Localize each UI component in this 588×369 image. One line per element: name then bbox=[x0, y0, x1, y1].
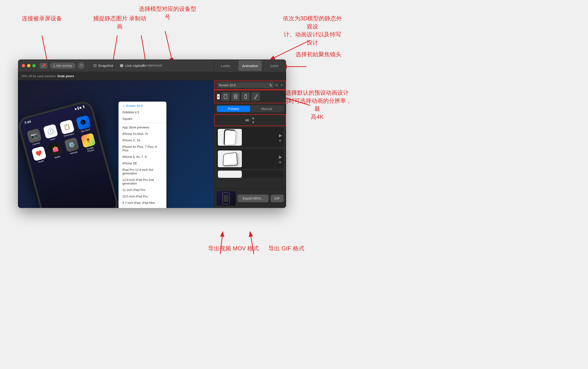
export-gif-button[interactable]: GIF bbox=[271, 195, 284, 202]
export-thumbnail bbox=[216, 191, 235, 205]
tab-looks[interactable]: Looks bbox=[214, 59, 237, 72]
svg-line-4 bbox=[271, 40, 310, 59]
help-button[interactable]: ? bbox=[78, 62, 85, 69]
health-icon: ❤️ bbox=[31, 146, 47, 161]
dropdown-section-basic: ✓ Screen 16:9 Dribbble 4:3 Square bbox=[118, 102, 167, 123]
svg-line-8 bbox=[250, 232, 254, 254]
screen-selector-dropdown[interactable]: Screen 16:9 ⇅ bbox=[217, 82, 274, 88]
phone-time: 7:44 bbox=[24, 120, 31, 125]
maximize-button[interactable] bbox=[32, 64, 36, 67]
resolution-down[interactable]: ▼ bbox=[251, 120, 255, 125]
resolution-row: 4K ▲ ▼ bbox=[214, 114, 286, 126]
dropdown-item-ipad-97[interactable]: 9.7 inch iPad, iPad Mini bbox=[118, 200, 167, 206]
screen-dropdown-menu[interactable]: ✓ Screen 16:9 Dribbble 4:3 Square App St… bbox=[118, 102, 167, 208]
dropdown-item-ipad-pro-105[interactable]: 10.5 inch iPad Pro bbox=[118, 193, 167, 200]
anim-thumb-3 bbox=[218, 171, 242, 178]
dropdown-item-iphone-se[interactable]: iPhone SE bbox=[118, 160, 167, 166]
app-window: 📌 1 min survey ? ⊡ Snapshot Live capture… bbox=[18, 59, 286, 208]
phone-screen: 7:44 ▶▐ ◼ 🔋 📷 Camera 🕐 Clock bbox=[19, 102, 118, 208]
divider bbox=[88, 63, 88, 69]
reminders-icon: 📋 bbox=[59, 119, 75, 135]
stepper-icon: ⇅ bbox=[269, 83, 272, 87]
dropdown-item-dribbble[interactable]: Dribbble 4:3 bbox=[118, 109, 167, 115]
device-icon-phone-side[interactable] bbox=[241, 92, 250, 101]
play-button-2[interactable]: ▶ bbox=[279, 154, 282, 160]
clock-icon: 🕐 bbox=[43, 124, 58, 139]
live-dot-icon bbox=[120, 64, 123, 67]
dropdown-item-apple-tv[interactable]: Apple TV bbox=[118, 206, 167, 208]
animation-item-1: ▶ bbox=[216, 127, 284, 147]
app-clock: 🕐 Clock bbox=[42, 124, 60, 142]
dropdown-item-iphone-x[interactable]: iPhone X, Xs bbox=[118, 137, 167, 144]
appstore-icon: 🅐 bbox=[76, 115, 91, 130]
promo-text: 25% off for early backers. Grab yours bbox=[21, 74, 74, 78]
resolution-up[interactable]: ▲ bbox=[251, 116, 255, 120]
snapshot-icon: ⊡ bbox=[93, 63, 97, 68]
survey-button[interactable]: 1 min survey bbox=[50, 62, 75, 69]
dropdown-item-ipad-pro-129-3[interactable]: iPad Pro 12.9 inch 3rd generation bbox=[118, 166, 167, 177]
svg-rect-12 bbox=[235, 96, 236, 98]
chevron-down-button[interactable]: ▾ bbox=[217, 94, 220, 99]
snapshot-button[interactable]: ⊡ Snapshot bbox=[91, 62, 115, 69]
app-photos: 🌻 Google Photos bbox=[80, 133, 98, 154]
anim-controls-2: ▶ bbox=[279, 154, 282, 164]
dropdown-item-ipad-pro-129-2[interactable]: 12.9 inch iPad Pro 2nd generation bbox=[118, 177, 167, 187]
app-health: ❤️ Health bbox=[30, 146, 49, 167]
export-mov-button[interactable]: Export MOV... bbox=[237, 195, 269, 202]
annotation-design-types: 依次为3D模型的静态外观设计、动画设计以及特写设计 bbox=[281, 14, 343, 46]
select-button-2[interactable] bbox=[279, 161, 281, 164]
phone-wallpaper: 7:44 ▶▐ ◼ 🔋 📷 Camera 🕐 Clock bbox=[19, 102, 118, 208]
sub-bar: 25% off for early backers. Grab yours bbox=[18, 72, 286, 81]
device-icon-phone-lock[interactable] bbox=[231, 92, 240, 101]
animation-item-3 bbox=[216, 171, 284, 178]
dropdown-section-devices: App Store previews iPhone Xs Max, Xr iPh… bbox=[118, 123, 167, 208]
copy-button[interactable]: ⧉ bbox=[275, 83, 278, 87]
export-row: Export MOV... GIF bbox=[214, 189, 286, 208]
live-capture-button[interactable]: Live capture bbox=[118, 62, 147, 69]
resolution-label: 4K bbox=[245, 118, 249, 122]
svg-line-7 bbox=[220, 232, 223, 254]
anim-controls-1: ▶ bbox=[279, 133, 282, 142]
content-area: 7:44 ▶▐ ◼ 🔋 📷 Camera 🕐 Clock bbox=[18, 81, 286, 208]
device-icon-stylus[interactable] bbox=[251, 92, 260, 101]
right-panel-tabs: Looks Animation Lens bbox=[214, 59, 286, 72]
dropdown-item-screen16[interactable]: ✓ Screen 16:9 bbox=[118, 102, 167, 109]
app-reminders: 📋 Reminders bbox=[59, 119, 76, 138]
export-thumb-inner bbox=[216, 191, 235, 205]
device-icon-phone-front[interactable] bbox=[221, 92, 230, 101]
wallet-icon: 👛 bbox=[48, 142, 63, 157]
tab-animation[interactable]: Animation bbox=[238, 60, 262, 71]
play-button-1[interactable]: ▶ bbox=[279, 133, 282, 138]
annotation-select-device: 选择模型对应的设备型号 bbox=[137, 5, 199, 21]
screen-selector-bar: Screen 16:9 ⇅ ⧉ + bbox=[214, 81, 286, 90]
presets-bar: Presets Manual bbox=[216, 105, 284, 112]
phone-lock-icon bbox=[233, 94, 238, 99]
dropdown-item-ipad-pro-11[interactable]: 11 inch iPad Pro bbox=[118, 187, 167, 193]
stylus-icon bbox=[253, 94, 258, 99]
dropdown-item-iphone-6s-plus[interactable]: iPhone 6s Plus, 7 Plus, 8 Plus bbox=[118, 144, 167, 154]
device-icons-row: ▾ bbox=[214, 90, 286, 103]
dropdown-item-square[interactable]: Square bbox=[118, 115, 167, 122]
phone-preview: 7:44 ▶▐ ◼ 🔋 📷 Camera 🕐 Clock bbox=[18, 81, 214, 208]
app-camera: 📷 Camera bbox=[26, 128, 43, 147]
close-button[interactable] bbox=[22, 64, 25, 67]
pin-button[interactable]: 📌 bbox=[39, 63, 47, 69]
minimize-button[interactable] bbox=[27, 64, 30, 67]
annotation-export: 导出视频 MOV 格式 导出 GIF 格式 bbox=[196, 244, 316, 253]
dropdown-item-appstore[interactable]: App Store previews bbox=[118, 124, 167, 131]
phone-side-icon bbox=[243, 94, 248, 99]
phone-mockup: 7:44 ▶▐ ◼ 🔋 📷 Camera 🕐 Clock bbox=[18, 99, 120, 208]
dropdown-item-iphone-xs-max[interactable]: iPhone Xs Max, Xr bbox=[118, 131, 167, 137]
photos-icon: 🌻 bbox=[80, 133, 96, 148]
annotation-select-preset: 选择默认的预设动画设计同时可选择动画的分辨率，最高4K bbox=[281, 89, 353, 121]
add-panel-button[interactable]: + bbox=[280, 82, 283, 88]
svg-line-3 bbox=[165, 31, 172, 62]
tab-lens[interactable]: Lens bbox=[263, 59, 286, 72]
dropdown-item-iphone-6[interactable]: iPhone 6, 6s, 7, 8 bbox=[118, 154, 167, 160]
select-button-1[interactable] bbox=[279, 139, 281, 142]
manual-tab[interactable]: Manual bbox=[250, 106, 284, 112]
app-wallet: 👛 Wallet bbox=[47, 141, 65, 163]
presets-tab[interactable]: Presets bbox=[217, 106, 250, 112]
animation-list: ▶ ▶ bbox=[214, 126, 286, 189]
svg-rect-11 bbox=[234, 94, 237, 99]
